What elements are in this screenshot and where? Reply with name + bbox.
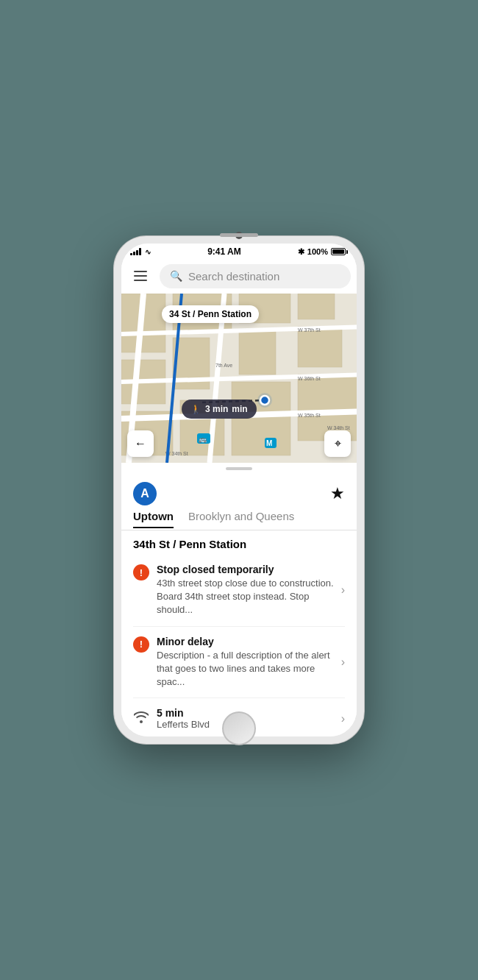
svg-rect-11 — [232, 382, 290, 455]
svg-text:🚌: 🚌 — [199, 435, 207, 444]
search-placeholder: Search destination — [188, 270, 279, 283]
svg-text:W 37th St: W 37th St — [298, 327, 321, 333]
walk-icon: 🚶 — [190, 404, 201, 414]
svg-rect-7 — [298, 294, 335, 319]
arrival-chevron: › — [341, 712, 345, 725]
alert-desc-2: Description - a full description of the … — [157, 649, 334, 689]
svg-text:M: M — [266, 439, 272, 447]
signal-icon — [130, 248, 141, 255]
alert-content-1: Stop closed temporarily 43th street stop… — [157, 564, 334, 617]
search-icon: 🔍 — [170, 270, 182, 282]
status-bar: ∿ 9:41 AM ✱ 100% — [121, 244, 357, 258]
zoom-icon: ⌖ — [335, 437, 341, 450]
scroll-indicator — [121, 463, 357, 475]
alert-chevron-1: › — [341, 583, 345, 597]
line-badge: A — [133, 482, 157, 505]
direction-tabs: Uptown Brooklyn and Queens — [133, 510, 345, 530]
menu-button[interactable] — [127, 263, 154, 289]
station-name: 34th St / Penn Station — [133, 530, 345, 555]
location-tooltip: 34 St / Penn Station — [162, 305, 259, 323]
home-button[interactable] — [222, 711, 256, 745]
back-button[interactable]: ← — [127, 430, 154, 457]
search-bar-container: 🔍 Search destination — [121, 258, 357, 294]
favorite-button[interactable]: ★ — [330, 484, 345, 503]
realtime-icon — [133, 710, 149, 727]
line-header: A ★ — [133, 475, 345, 510]
tab-brooklyn[interactable]: Brooklyn and Queens — [188, 510, 294, 528]
alert-title-1: Stop closed temporarily — [157, 564, 334, 575]
svg-text:7th Ave: 7th Ave — [215, 363, 232, 368]
phone-screen: ∿ 9:41 AM ✱ 100% 🔍 — [121, 244, 357, 736]
svg-point-27 — [260, 396, 269, 405]
battery-pct: 100% — [307, 247, 328, 256]
alert-icon-2: ! — [133, 636, 149, 653]
bluetooth-icon: ✱ — [298, 247, 304, 257]
search-input[interactable]: 🔍 Search destination — [160, 264, 351, 288]
alert-item-2[interactable]: ! Minor delay Description - a full descr… — [133, 627, 345, 699]
tab-uptown[interactable]: Uptown — [133, 510, 174, 528]
svg-text:W 34th St: W 34th St — [327, 425, 350, 430]
map-area: W 37th St W 36th St W 35th St W 34th St … — [121, 294, 357, 463]
alert-chevron-2: › — [341, 656, 345, 669]
back-icon: ← — [135, 437, 146, 450]
status-time: 9:41 AM — [207, 246, 241, 257]
alert-content-2: Minor delay Description - a full descrip… — [157, 636, 334, 689]
svg-rect-8 — [298, 327, 342, 367]
battery-icon — [331, 248, 348, 255]
status-right: ✱ 100% — [298, 247, 348, 257]
alert-title-2: Minor delay — [157, 636, 334, 647]
svg-text:W 35th St: W 35th St — [298, 413, 321, 418]
walk-badge: 🚶 3 min min — [182, 400, 257, 419]
svg-rect-6 — [239, 330, 276, 374]
svg-text:W 36th St: W 36th St — [298, 376, 321, 381]
speaker — [220, 233, 258, 237]
alert-icon-1: ! — [133, 564, 149, 580]
zoom-button[interactable]: ⌖ — [324, 430, 351, 457]
wifi-icon: ∿ — [145, 248, 151, 256]
bottom-panel: A ★ Uptown Brooklyn and Queens 34th St /… — [121, 475, 357, 736]
status-left: ∿ — [130, 248, 151, 256]
scroll-pill — [226, 467, 252, 470]
alert-item-1[interactable]: ! Stop closed temporarily 43th street st… — [133, 555, 345, 627]
phone-frame: ∿ 9:41 AM ✱ 100% 🔍 — [114, 236, 364, 744]
alert-desc-1: 43th street stop close due to constructi… — [157, 577, 334, 617]
